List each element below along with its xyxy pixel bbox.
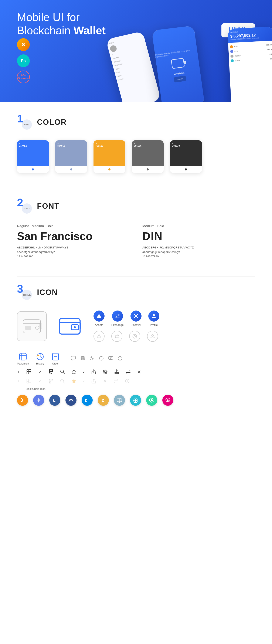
svg-rect-62 [29,379,31,381]
grid-add-icon [26,370,31,375]
nav-icon-discover-outline [129,331,140,342]
phone-mockups: Profile AI Mainnet Message Red Cattle Ni… [110,8,272,102]
blockchain-line [17,389,24,389]
layers-icon [80,356,85,362]
svg-text:Ł: Ł [53,398,56,402]
icon-section-number: 3 THREE [17,285,32,300]
qr-icon [49,370,53,375]
phone-right: myWallet $ 6,297,502.12 Available: $3,25… [228,26,272,102]
svg-rect-41 [27,372,29,374]
svg-point-8 [74,326,76,328]
grid-coin-icon [114,395,125,406]
swap-icon [126,370,130,375]
small-icons-active: + ✓ ‹ [17,370,255,375]
color-swatches-container: #3574FA #8DA0C8 #F5A623 #6 [17,140,255,173]
svg-point-72 [60,379,64,382]
dash-icon: D [82,395,93,406]
svg-marker-90 [134,399,137,402]
svg-marker-14 [97,334,101,338]
main-content: 1 ONE COLOR #3574FA #8DA0C8 [0,102,272,436]
icon-section-header: 3 THREE ICON [17,285,255,300]
polkadot-icon [162,395,174,406]
gear-icon [103,370,108,375]
svg-text:Z: Z [102,398,104,402]
bitcoin-icon: ₿ [17,395,28,406]
svg-point-15 [133,334,137,338]
svg-rect-69 [52,380,53,380]
ethereum-icon [33,395,44,406]
icon-grid-main: Assets Exchange Discover [17,310,255,342]
tab-icon-history: History [36,352,44,365]
svg-point-17 [152,334,154,336]
svg-marker-80 [38,398,40,401]
svg-rect-9 [80,323,82,328]
ps-badge: Ps [17,54,30,67]
svg-point-32 [100,356,103,360]
plus-icon: + [17,370,20,375]
stratis-icon [130,395,141,406]
svg-rect-33 [108,356,113,360]
color-section: 1 ONE COLOR #3574FA #8DA0C8 [17,115,255,173]
crypto-icons-row: ₿ Ł D Z [17,395,255,406]
svg-point-13 [153,314,155,316]
svg-rect-40 [29,370,31,372]
tab-icon-order: Order [51,352,60,365]
small-icons-inactive: + ✓ ‹ ✕ [17,378,255,384]
star-icon [72,370,76,375]
svg-point-38 [120,357,120,358]
check-icon: ✓ [38,370,42,375]
color-swatch-blue: #3574FA [17,140,49,173]
back-icon: ‹ [83,370,84,375]
font-din: Medium · Bold DIN ABCDEFGHIJKLMNOPQRSTUV… [142,224,255,259]
nav-icon-profile: Profile [148,310,160,326]
zcash-icon: Z [98,395,109,406]
color-section-header: 1 ONE COLOR [17,115,255,130]
nav-icon-discover: Discover [130,310,142,326]
svg-rect-71 [49,382,50,383]
svg-rect-59 [115,372,118,374]
color-swatch-slate: #8DA0C8 [55,140,87,173]
font-section-number: 2 TWO [17,199,32,214]
color-section-number: 1 ONE [17,115,32,130]
svg-rect-45 [49,370,50,371]
hero-title: Mobile UI for Blockchain Wallet [17,11,123,37]
share-icon [92,370,96,375]
svg-point-16 [134,336,135,337]
svg-point-78 [127,380,128,380]
svg-marker-56 [72,370,76,374]
svg-point-31 [81,356,84,358]
sketch-badge: S [17,38,30,51]
message-icon [108,356,113,362]
svg-marker-10 [97,314,101,318]
font-san-francisco: Regular · Medium · Bold San Francisco AB… [17,224,130,259]
svg-text:D: D [85,399,88,402]
svg-point-58 [104,371,106,372]
tab-icon-management: Mangment [17,352,29,365]
svg-rect-29 [71,356,76,359]
circle-icon [99,356,104,362]
blockchain-label-row: BlockChain Icon [17,387,255,390]
icon-section: 3 THREE ICON [17,285,255,406]
svg-point-12 [135,315,137,317]
svg-rect-18 [20,353,26,360]
svg-rect-39 [27,370,29,372]
wallet-wireframe-icon [17,311,47,341]
svg-line-73 [63,382,64,383]
svg-rect-47 [52,370,53,371]
color-swatch-orange: #F5A623 [94,140,126,173]
nav-icon-exchange-outline [111,331,122,342]
nav-icon-assets: Assets [94,310,104,326]
upload-icon [114,370,119,375]
screens-badge: 60+ Screens [17,70,30,83]
font-section: 2 TWO FONT Regular · Medium · Bold San F… [17,199,255,259]
font-grid: Regular · Medium · Bold San Francisco AB… [17,224,255,259]
svg-rect-67 [49,380,50,380]
svg-point-3 [36,326,39,330]
wallet-blue-icon [55,311,85,341]
phone-left: Profile AI Mainnet Message Red Cattle Ni… [106,31,161,102]
hero-section: Mobile UI for Blockchain Wallet UI Kit S… [0,0,272,102]
waves-icon [66,395,76,406]
info-icon [118,356,122,362]
search-icon [60,370,65,375]
decred-icon [146,395,157,406]
